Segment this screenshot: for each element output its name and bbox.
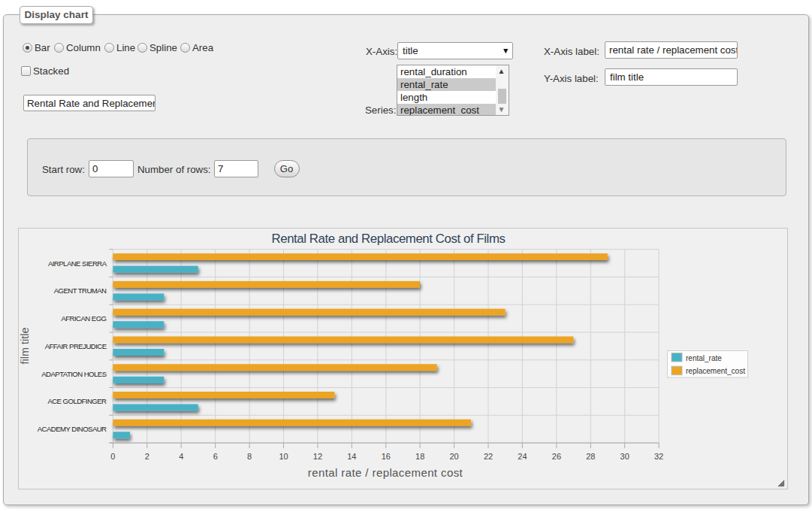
- svg-text:32: 32: [654, 452, 663, 461]
- svg-text:8: 8: [247, 452, 252, 461]
- svg-text:30: 30: [620, 452, 629, 461]
- svg-text:Rental Rate and Replacement Co: Rental Rate and Replacement Cost of Film…: [272, 232, 506, 246]
- svg-text:ACADEMY DINOSAUR: ACADEMY DINOSAUR: [38, 425, 107, 433]
- svg-text:ADAPTATION HOLES: ADAPTATION HOLES: [41, 370, 106, 378]
- svg-text:film title: film title: [19, 327, 31, 364]
- svg-text:rental rate / replacement cost: rental rate / replacement cost: [308, 466, 463, 479]
- svg-text:18: 18: [415, 452, 424, 461]
- svg-text:12: 12: [313, 452, 322, 461]
- svg-text:4: 4: [179, 452, 183, 461]
- svg-text:AGENT TRUMAN: AGENT TRUMAN: [54, 286, 107, 295]
- svg-text:24: 24: [518, 452, 527, 461]
- svg-text:10: 10: [279, 452, 288, 461]
- svg-text:AFFAIR PREJUDICE: AFFAIR PREJUDICE: [45, 342, 107, 350]
- svg-text:2: 2: [145, 452, 149, 461]
- svg-text:22: 22: [484, 452, 493, 461]
- svg-text:rental_rate: rental_rate: [686, 354, 722, 362]
- svg-text:6: 6: [213, 452, 218, 461]
- svg-text:16: 16: [382, 452, 391, 461]
- svg-text:20: 20: [449, 452, 458, 461]
- svg-text:14: 14: [347, 452, 356, 461]
- svg-text:ACE GOLDFINGER: ACE GOLDFINGER: [47, 397, 107, 405]
- svg-text:AIRPLANE SIERRA: AIRPLANE SIERRA: [48, 259, 107, 268]
- svg-text:0: 0: [110, 452, 115, 461]
- svg-text:28: 28: [586, 452, 595, 461]
- svg-text:26: 26: [552, 452, 561, 461]
- svg-text:AFRICAN EGG: AFRICAN EGG: [61, 314, 106, 323]
- svg-text:replacement_cost: replacement_cost: [686, 367, 745, 375]
